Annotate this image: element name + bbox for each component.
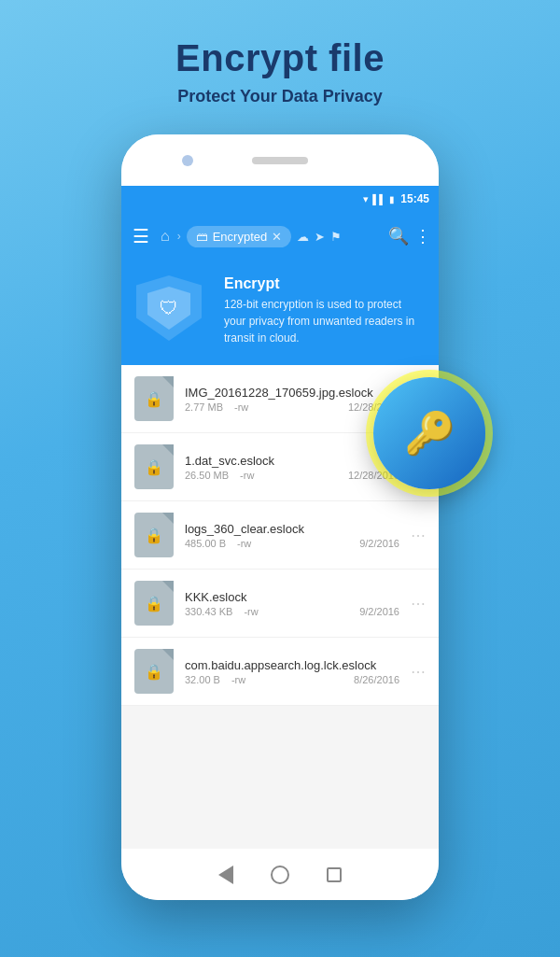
page-subtitle: Protect Your Data Privacy: [177, 87, 382, 106]
file-icon: 🔒: [134, 376, 174, 421]
file-more-icon[interactable]: ⋯: [411, 595, 426, 612]
file-size: 32.00 B: [185, 674, 220, 685]
hamburger-icon[interactable]: ☰: [129, 221, 153, 251]
breadcrumb-label: Encrypted: [213, 230, 268, 244]
file-permissions: -rw: [244, 606, 258, 617]
search-button[interactable]: 🔍: [388, 226, 409, 246]
encrypt-title: Encrypt: [224, 275, 424, 292]
battery-icon: ▮: [389, 194, 395, 204]
phone-screen: ▾ ▌▌ ▮ 15:45 ☰ ⌂ › 🗃 Encrypted ✕ ☁ ➤ ⚑: [121, 186, 439, 849]
shield-container: 🛡: [136, 275, 211, 350]
recents-nav-button[interactable]: [327, 867, 342, 882]
shield-inner: 🛡: [147, 287, 190, 330]
phone-body: ▾ ▌▌ ▮ 15:45 ☰ ⌂ › 🗃 Encrypted ✕ ☁ ➤ ⚑: [121, 134, 439, 900]
breadcrumb-separator: ›: [177, 230, 181, 243]
file-name: logs_360_clear.eslock: [185, 522, 399, 536]
floating-lock-button[interactable]: 🔑: [373, 377, 485, 489]
file-list-item[interactable]: 🔒 KKK.eslock 330.43 KB -rw 9/2/2016 ⋯: [121, 570, 439, 638]
file-name: 1.dat_svc.eslock: [185, 454, 399, 468]
file-date: 9/2/2016: [359, 538, 399, 549]
file-size: 330.43 KB: [185, 606, 232, 617]
page-title: Encrypt file: [175, 37, 385, 79]
file-size: 26.50 MB: [185, 470, 229, 481]
file-lock-icon: 🔒: [145, 527, 163, 544]
file-list-item[interactable]: 🔒 com.baidu.appsearch.log.lck.eslock 32.…: [121, 638, 439, 706]
lock-key-icon: 🔑: [404, 409, 455, 457]
file-info: logs_360_clear.eslock 485.00 B -rw 9/2/2…: [185, 522, 399, 549]
file-permissions: -rw: [231, 674, 245, 685]
file-permissions: -rw: [240, 470, 254, 481]
file-meta: 330.43 KB -rw 9/2/2016: [185, 606, 399, 617]
file-meta: 32.00 B -rw 8/26/2016: [185, 674, 399, 685]
breadcrumb-chip[interactable]: 🗃 Encrypted ✕: [187, 226, 292, 247]
home-nav-button[interactable]: [271, 866, 289, 884]
cloud-icon[interactable]: ☁: [297, 230, 309, 244]
file-meta: 2.77 MB -rw 12/28/2016: [185, 401, 399, 413]
file-name: KKK.eslock: [185, 590, 399, 604]
file-permissions: -rw: [237, 538, 251, 549]
file-icon: 🔒: [134, 581, 174, 626]
status-time: 15:45: [400, 192, 429, 205]
back-nav-button[interactable]: [218, 866, 233, 884]
send-icon[interactable]: ➤: [315, 230, 325, 244]
file-lock-icon: 🔒: [145, 595, 163, 612]
file-icon: 🔒: [134, 444, 174, 489]
file-meta: 26.50 MB -rw 12/28/2016: [185, 470, 399, 481]
home-icon[interactable]: ⌂: [159, 226, 172, 246]
phone-bottom-bar: [121, 849, 439, 900]
file-icon: 🔒: [134, 649, 174, 694]
app-bar: ☰ ⌂ › 🗃 Encrypted ✕ ☁ ➤ ⚑ 🔍 ⋮: [121, 212, 439, 260]
file-date: 9/2/2016: [359, 606, 399, 617]
bookmark-icon[interactable]: ⚑: [330, 230, 342, 244]
file-meta: 485.00 B -rw 9/2/2016: [185, 538, 399, 549]
shield-bg: 🛡: [136, 275, 202, 341]
file-more-icon[interactable]: ⋯: [411, 663, 426, 681]
encrypt-description: 128-bit encryption is used to protect yo…: [224, 296, 424, 346]
file-list-item[interactable]: 🔒 logs_360_clear.eslock 485.00 B -rw 9/2…: [121, 501, 439, 570]
file-info: KKK.eslock 330.43 KB -rw 9/2/2016: [185, 590, 399, 617]
status-bar: ▾ ▌▌ ▮ 15:45: [121, 186, 439, 212]
chip-close-icon[interactable]: ✕: [272, 230, 282, 244]
file-date: 8/26/2016: [354, 674, 399, 685]
shield-lock-icon: 🛡: [160, 298, 178, 319]
chip-folder-icon: 🗃: [196, 230, 208, 244]
file-lock-icon: 🔒: [145, 390, 163, 408]
file-icon: 🔒: [134, 513, 174, 557]
more-button[interactable]: ⋮: [414, 226, 431, 246]
phone-camera: [182, 155, 193, 166]
file-info: 1.dat_svc.eslock 26.50 MB -rw 12/28/2016: [185, 454, 399, 481]
phone-top-bar: [121, 134, 439, 186]
phone-mockup: ▾ ▌▌ ▮ 15:45 ☰ ⌂ › 🗃 Encrypted ✕ ☁ ➤ ⚑: [121, 134, 439, 900]
file-info: IMG_20161228_170659.jpg.eslock 2.77 MB -…: [185, 386, 399, 413]
file-lock-icon: 🔒: [145, 458, 163, 476]
signal-icon: ▌▌: [372, 194, 385, 204]
file-info: com.baidu.appsearch.log.lck.eslock 32.00…: [185, 658, 399, 685]
file-permissions: -rw: [234, 401, 248, 413]
file-name: com.baidu.appsearch.log.lck.eslock: [185, 658, 399, 672]
status-icons: ▾ ▌▌ ▮: [363, 193, 395, 205]
file-name: IMG_20161228_170659.jpg.eslock: [185, 386, 399, 400]
file-more-icon[interactable]: ⋯: [411, 527, 426, 544]
file-size: 485.00 B: [185, 538, 226, 549]
encrypt-text-block: Encrypt 128-bit encryption is used to pr…: [224, 275, 424, 346]
file-size: 2.77 MB: [185, 401, 223, 413]
encrypt-banner: 🛡 Encrypt 128-bit encryption is used to …: [121, 260, 439, 365]
file-lock-icon: 🔒: [145, 663, 163, 681]
phone-speaker: [252, 157, 308, 164]
wifi-icon: ▾: [363, 193, 369, 205]
